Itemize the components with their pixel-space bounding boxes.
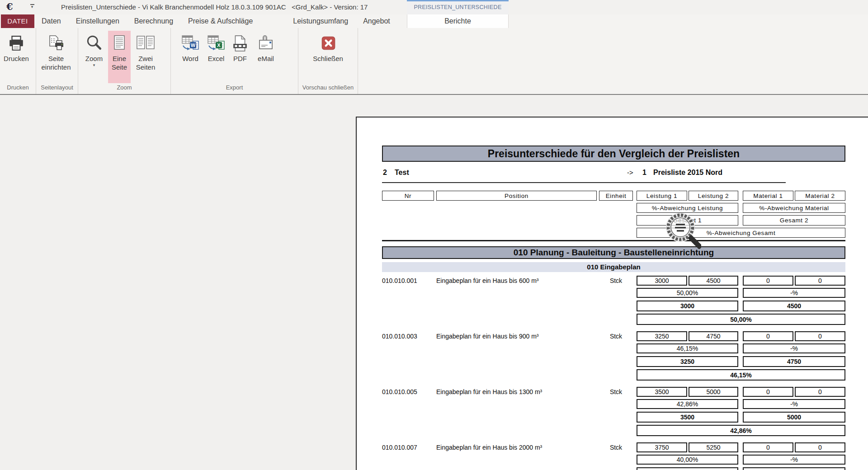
report-row: 010.010.003 Eingabeplan für ein Haus bis… bbox=[357, 331, 868, 387]
seite-einrichten-button[interactable]: Seiteeinrichten bbox=[36, 31, 76, 83]
svg-text:X: X bbox=[217, 42, 221, 48]
column-header-einheit: Einheit bbox=[599, 191, 633, 201]
row-leistung1: 3000 bbox=[637, 276, 687, 286]
tab-berichte[interactable]: Berichte bbox=[407, 14, 509, 28]
row-position: Eingabeplan für ein Haus bis 1300 m³ bbox=[436, 387, 597, 397]
row-abweichung-leistung: 40,00% bbox=[637, 455, 738, 465]
row-abweichung-gesamt: 46,15% bbox=[637, 369, 845, 381]
row-abweichung-leistung: 42,86% bbox=[637, 399, 738, 409]
compare-right-name: Preisliste 2015 Nord bbox=[653, 169, 722, 177]
two-pages-icon bbox=[136, 33, 156, 54]
row-gesamt1: 3000 bbox=[637, 301, 738, 311]
titlebar: € ▾ Preislisten_Unterschiede - Vi Kalk B… bbox=[0, 0, 868, 14]
pdf-export-button[interactable]: PDF bbox=[229, 31, 251, 83]
row-einheit: Stck bbox=[599, 442, 633, 452]
row-leistung1: 3250 bbox=[637, 331, 687, 341]
column-header-gesamt2: Gesamt 2 bbox=[743, 215, 845, 226]
eine-seite-button[interactable]: EineSeite bbox=[108, 31, 131, 83]
report-title: Preisunterschiede für den Vergleich der … bbox=[382, 146, 845, 162]
row-leistung1: 3750 bbox=[637, 442, 687, 452]
row-gesamt2: 5250 bbox=[743, 467, 845, 470]
tab-leistungsumfang[interactable]: Leistungsumfang bbox=[293, 14, 348, 28]
schliessen-button[interactable]: Schließen bbox=[309, 31, 348, 83]
column-header-material2: Material 2 bbox=[795, 191, 845, 201]
header-separator-line bbox=[382, 240, 845, 241]
compare-underline bbox=[382, 182, 786, 183]
report-row: 010.010.005 Eingabeplan für ein Haus bis… bbox=[357, 387, 868, 442]
row-material1: 0 bbox=[743, 276, 793, 286]
window-title: Preislisten_Unterschiede - Vi Kalk Branc… bbox=[61, 0, 368, 14]
report-compare-line: 2 Test -> 1 Preisliste 2015 Nord bbox=[357, 169, 868, 179]
compare-left-name: Test bbox=[395, 169, 409, 177]
column-header-position: Position bbox=[436, 191, 597, 201]
report-row: 010.010.001 Eingabeplan für ein Haus bis… bbox=[357, 276, 868, 331]
report-page[interactable]: Preisunterschiede für den Vergleich der … bbox=[356, 117, 868, 470]
tab-daten[interactable]: Daten bbox=[42, 14, 61, 28]
caret-glyph: ▾ bbox=[31, 5, 33, 9]
row-material2: 0 bbox=[795, 331, 845, 341]
row-material1: 0 bbox=[743, 331, 793, 341]
row-leistung1: 3500 bbox=[637, 387, 687, 397]
ribbon-group-drucken: Drucken Drucken bbox=[0, 28, 36, 94]
ribbon-toolbar: Drucken Drucken bbox=[0, 28, 868, 94]
row-nr: 010.010.003 bbox=[382, 331, 434, 341]
row-material1: 0 bbox=[743, 442, 793, 452]
word-icon: W bbox=[181, 33, 200, 54]
ribbon-tab-bar: DATEI Daten Einstellungen Berechnung Pre… bbox=[0, 14, 868, 28]
row-abweichung-gesamt: 50,00% bbox=[637, 314, 845, 325]
row-leistung2: 4500 bbox=[689, 276, 738, 286]
row-leistung2: 5250 bbox=[689, 442, 738, 452]
app-icon-euro[interactable]: € bbox=[6, 1, 13, 12]
excel-icon: X bbox=[207, 33, 226, 54]
group-label-vorschau-schliessen: Vorschau schließen bbox=[298, 84, 358, 93]
email-export-button[interactable]: eMail bbox=[251, 31, 280, 83]
one-page-icon bbox=[112, 33, 127, 54]
row-abweichung-material: -% bbox=[743, 399, 845, 409]
column-header-abweichung-material: %-Abweichung Material bbox=[743, 203, 845, 213]
row-einheit: Stck bbox=[599, 276, 633, 286]
row-leistung2: 5000 bbox=[689, 387, 738, 397]
row-leistung2: 4750 bbox=[689, 331, 738, 341]
row-position: Eingabeplan für ein Haus bis 900 m³ bbox=[436, 331, 597, 341]
word-export-button[interactable]: W Word bbox=[177, 31, 203, 83]
tab-berechnung[interactable]: Berechnung bbox=[134, 14, 173, 28]
ribbon-group-vorschau-schliessen: Schließen Vorschau schließen bbox=[298, 28, 358, 94]
group-label-export: Export bbox=[171, 84, 298, 93]
tab-preise-aufschlaege[interactable]: Preise & Aufschläge bbox=[188, 14, 278, 28]
print-preview-area[interactable]: Preisunterschiede für den Vergleich der … bbox=[0, 94, 868, 470]
group-label-zoom: Zoom bbox=[78, 84, 170, 93]
column-header-material1: Material 1 bbox=[743, 191, 793, 201]
report-subsection-header: 010 Eingabeplan bbox=[382, 262, 845, 272]
row-nr: 010.010.007 bbox=[382, 442, 434, 452]
row-material1: 0 bbox=[743, 387, 793, 397]
contextual-tab-group[interactable]: PREISLISTEN_UNTERSCHIEDE bbox=[407, 0, 509, 14]
column-header-leistung1: Leistung 1 bbox=[637, 191, 687, 201]
drucken-button[interactable]: Drucken bbox=[0, 31, 33, 83]
row-abweichung-leistung: 46,15% bbox=[637, 343, 738, 353]
group-label-seitenlayout: Seitenlayout bbox=[36, 84, 78, 93]
tab-angebot[interactable]: Angebot bbox=[363, 14, 390, 28]
application-window: € ▾ Preislisten_Unterschiede - Vi Kalk B… bbox=[0, 0, 868, 470]
row-einheit: Stck bbox=[599, 387, 633, 397]
excel-export-button[interactable]: X Excel bbox=[203, 31, 229, 83]
tab-einstellungen[interactable]: Einstellungen bbox=[76, 14, 119, 28]
row-material2: 0 bbox=[795, 276, 845, 286]
row-material2: 0 bbox=[795, 442, 845, 452]
report-section-header: 010 Planung - Bauleitung - Baustellenein… bbox=[382, 246, 845, 259]
zoom-button[interactable]: Zoom ▾ bbox=[80, 31, 108, 83]
ribbon-tabs: Daten Einstellungen Berechnung Preise & … bbox=[42, 14, 390, 28]
row-abweichung-material: -% bbox=[743, 455, 845, 465]
report-rows: 010.010.001 Eingabeplan für ein Haus bis… bbox=[357, 276, 868, 470]
row-gesamt1: 3750 bbox=[637, 467, 738, 470]
quick-access-caret-icon[interactable]: ▾ bbox=[29, 4, 35, 9]
email-icon bbox=[256, 33, 275, 54]
ribbon-group-export: W Word bbox=[171, 28, 298, 94]
zwei-seiten-button[interactable]: ZweiSeiten bbox=[131, 31, 160, 83]
compare-arrow: -> bbox=[627, 169, 633, 176]
printer-icon bbox=[8, 33, 25, 54]
tab-datei[interactable]: DATEI bbox=[1, 14, 34, 28]
zoom-dropdown-caret-icon[interactable]: ▾ bbox=[93, 63, 95, 67]
row-position: Eingabeplan für ein Haus bis 600 m³ bbox=[436, 276, 597, 286]
zoom-cursor-icon bbox=[664, 210, 701, 257]
row-gesamt2: 4500 bbox=[743, 301, 845, 311]
